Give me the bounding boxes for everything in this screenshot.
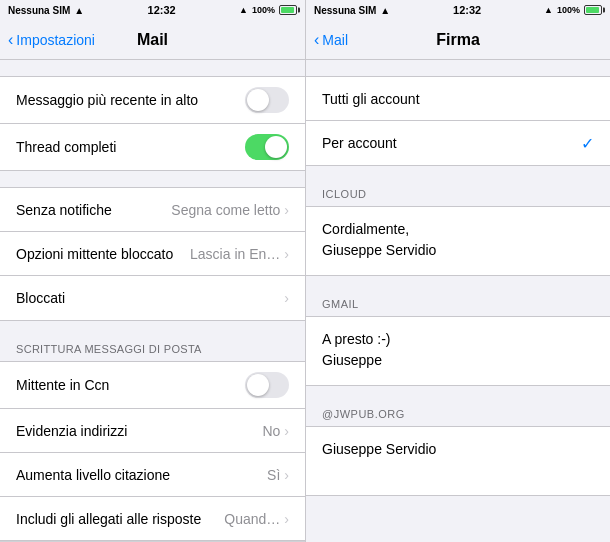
nav-bar-right: ‹ Mail Firma xyxy=(306,20,610,60)
signature-icloud-label: ICLOUD xyxy=(306,188,610,200)
status-right-right: ▲ 100% xyxy=(544,5,602,15)
signature-gmail-label: GMAIL xyxy=(306,298,610,310)
nav-bar-left: ‹ Impostazioni Mail xyxy=(0,20,305,60)
list-item-messaggio-recente[interactable]: Messaggio più recente in alto xyxy=(0,77,305,124)
chevron-opzioni: › xyxy=(284,246,289,262)
item-value-opzioni: Lascia in En… xyxy=(190,246,280,262)
notification-section: Senza notifiche Segna come letto › Opzio… xyxy=(0,187,305,321)
option-label-tutti: Tutti gli account xyxy=(322,91,594,107)
scrittura-section: SCRITTURA MESSAGGI DI POSTA Mittente in … xyxy=(0,343,305,542)
battery-pct-left: 100% xyxy=(252,5,275,15)
chevron-notifiche: › xyxy=(284,202,289,218)
list-item-bloccati[interactable]: Bloccati › xyxy=(0,276,305,320)
status-left-right: Nessuna SIM ▲ xyxy=(314,5,390,16)
time-right: 12:32 xyxy=(453,4,481,16)
item-value-notifiche: Segna come letto xyxy=(171,202,280,218)
nav-title-left: Mail xyxy=(137,31,168,49)
left-content: Messaggio più recente in alto Thread com… xyxy=(0,60,305,542)
scrittura-list: Mittente in Ccn Evidenzia indirizzi No ›… xyxy=(0,361,305,542)
status-bar-left: Nessuna SIM ▲ 12:32 ▲ 100% xyxy=(0,0,305,20)
item-label-allegati: Includi gli allegati alle risposte xyxy=(16,511,224,527)
back-button-left[interactable]: ‹ Impostazioni xyxy=(8,31,95,49)
toggle-thumb-ccn xyxy=(247,374,269,396)
status-right-left: ▲ 100% xyxy=(239,5,297,15)
time-left: 12:32 xyxy=(148,4,176,16)
status-left: Nessuna SIM ▲ xyxy=(8,5,84,16)
item-label-ccn: Mittente in Ccn xyxy=(16,377,245,393)
list-item-allegati[interactable]: Includi gli allegati alle risposte Quand… xyxy=(0,497,305,541)
chevron-allegati: › xyxy=(284,511,289,527)
item-label-notifiche: Senza notifiche xyxy=(16,202,171,218)
signature-jwpub-text: Giuseppe Servidio xyxy=(322,441,436,457)
carrier-right: Nessuna SIM xyxy=(314,5,376,16)
chevron-citazione: › xyxy=(284,467,289,483)
toggle-thumb-thread xyxy=(265,136,287,158)
status-bar-right: Nessuna SIM ▲ 12:32 ▲ 100% xyxy=(306,0,610,20)
item-label-thread: Thread completi xyxy=(16,139,245,155)
signal-icon-left: ▲ xyxy=(74,5,84,16)
options-list: Tutti gli account Per account ✓ xyxy=(306,76,610,166)
carrier-left: Nessuna SIM xyxy=(8,5,70,16)
battery-fill-right xyxy=(586,7,599,13)
left-panel: Nessuna SIM ▲ 12:32 ▲ 100% ‹ Impostazion… xyxy=(0,0,305,542)
nav-title-right: Firma xyxy=(436,31,480,49)
signature-jwpub-card[interactable]: Giuseppe Servidio xyxy=(306,426,610,496)
toggle-ccn[interactable] xyxy=(245,372,289,398)
battery-icon-right xyxy=(584,5,602,15)
signature-icloud-text: Cordialmente, Giuseppe Servidio xyxy=(322,221,436,258)
option-label-per-account: Per account xyxy=(322,135,581,151)
back-button-right[interactable]: ‹ Mail xyxy=(314,31,348,49)
signature-icloud-section: ICLOUD Cordialmente, Giuseppe Servidio xyxy=(306,188,610,276)
scrittura-label: SCRITTURA MESSAGGI DI POSTA xyxy=(0,343,305,355)
list-item-ccn[interactable]: Mittente in Ccn xyxy=(0,362,305,409)
item-label-messaggio: Messaggio più recente in alto xyxy=(16,92,245,108)
signature-gmail-card[interactable]: A presto :-) Giuseppe xyxy=(306,316,610,386)
item-label-opzioni: Opzioni mittente bloccato xyxy=(16,246,190,262)
signature-gmail-section: GMAIL A presto :-) Giuseppe xyxy=(306,298,610,386)
chevron-back-left: ‹ xyxy=(8,31,13,49)
item-label-citazione: Aumenta livello citazione xyxy=(16,467,267,483)
option-per-account[interactable]: Per account ✓ xyxy=(306,121,610,165)
toggle-thumb-messaggio xyxy=(247,89,269,111)
list-item-evidenzia[interactable]: Evidenzia indirizzi No › xyxy=(0,409,305,453)
chevron-evidenzia: › xyxy=(284,423,289,439)
signature-icloud-card[interactable]: Cordialmente, Giuseppe Servidio xyxy=(306,206,610,276)
battery-icon-left xyxy=(279,5,297,15)
toggle-thread[interactable] xyxy=(245,134,289,160)
battery-fill-left xyxy=(281,7,294,13)
wifi-icon-right: ▲ xyxy=(544,5,553,15)
toggle-messaggio[interactable] xyxy=(245,87,289,113)
list-item-thread[interactable]: Thread completi xyxy=(0,124,305,170)
right-panel: Nessuna SIM ▲ 12:32 ▲ 100% ‹ Mail Firma … xyxy=(305,0,610,542)
back-label-left: Impostazioni xyxy=(16,32,95,48)
signal-icon-right: ▲ xyxy=(380,5,390,16)
back-label-right: Mail xyxy=(322,32,348,48)
chevron-bloccati: › xyxy=(284,290,289,306)
general-section: Messaggio più recente in alto Thread com… xyxy=(0,76,305,171)
checkmark-per-account: ✓ xyxy=(581,134,594,153)
battery-pct-right: 100% xyxy=(557,5,580,15)
item-value-evidenzia: No xyxy=(262,423,280,439)
item-label-evidenzia: Evidenzia indirizzi xyxy=(16,423,262,439)
wifi-icon-left: ▲ xyxy=(239,5,248,15)
list-item-opzioni[interactable]: Opzioni mittente bloccato Lascia in En… … xyxy=(0,232,305,276)
signature-jwpub-section: @JWPUB.ORG Giuseppe Servidio xyxy=(306,408,610,496)
item-value-allegati: Quand… xyxy=(224,511,280,527)
signature-jwpub-label: @JWPUB.ORG xyxy=(306,408,610,420)
chevron-back-right: ‹ xyxy=(314,31,319,49)
item-value-citazione: Sì xyxy=(267,467,280,483)
right-content: Tutti gli account Per account ✓ ICLOUD C… xyxy=(306,60,610,542)
list-item-notifiche[interactable]: Senza notifiche Segna come letto › xyxy=(0,188,305,232)
item-label-bloccati: Bloccati xyxy=(16,290,284,306)
option-tutti[interactable]: Tutti gli account xyxy=(306,77,610,121)
signature-gmail-text: A presto :-) Giuseppe xyxy=(322,331,390,368)
list-item-citazione[interactable]: Aumenta livello citazione Sì › xyxy=(0,453,305,497)
